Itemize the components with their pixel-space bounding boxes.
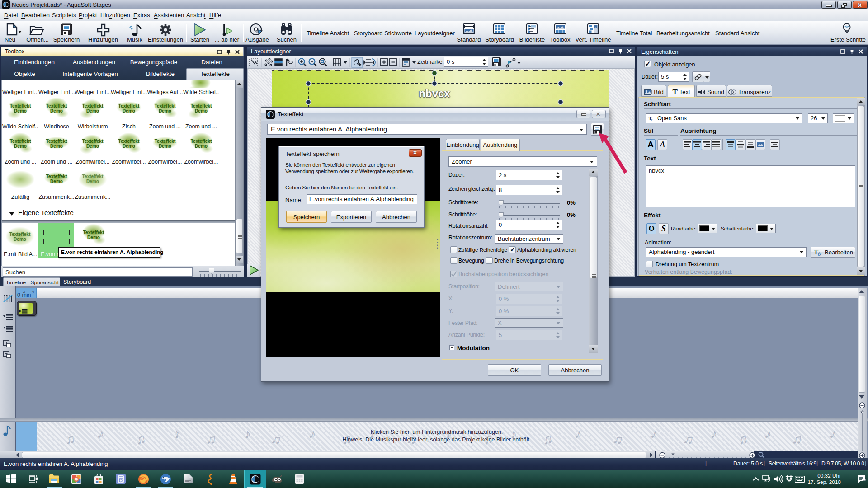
svg-text:4: 4 — [32, 290, 34, 293]
svg-text:fx: fx — [818, 251, 821, 256]
svg-text:r: r — [651, 117, 652, 122]
svg-text:2: 2 — [23, 290, 25, 293]
